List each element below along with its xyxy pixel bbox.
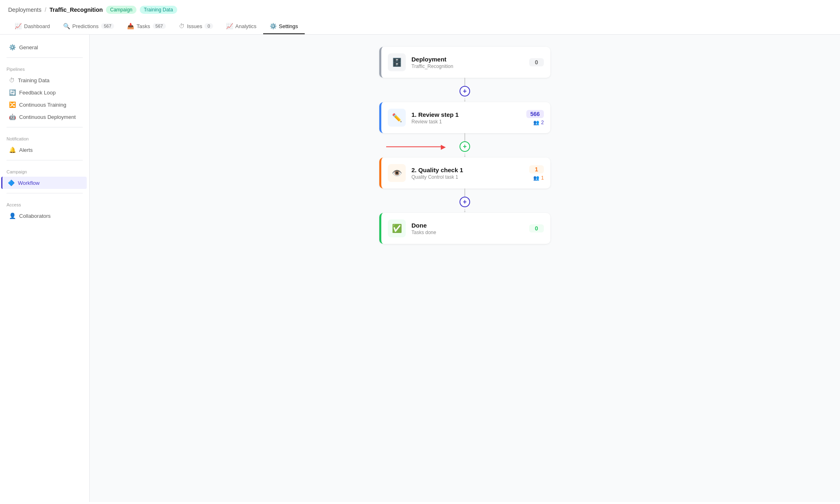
review-icon: ✏️ — [388, 109, 406, 127]
badge-campaign[interactable]: Campaign — [106, 6, 136, 14]
node-deployment: 🗄️ Deployment Traffic_Recognition 0 — [379, 47, 550, 78]
workflow-icon: 🔷 — [8, 180, 15, 186]
done-icon: ✅ — [388, 219, 406, 237]
users-icon-review: 👥 — [533, 120, 539, 125]
quality-count: 1 — [529, 165, 544, 173]
breadcrumb-separator: / — [45, 7, 46, 13]
quality-users: 👥 1 — [533, 175, 544, 181]
sidebar-item-continuous-training[interactable]: 🔀 Continuous Training — [2, 99, 87, 111]
breadcrumb-project: Traffic_Recognition — [50, 7, 103, 13]
tab-dashboard[interactable]: 📈 Dashboard — [8, 19, 57, 34]
line-1 — [464, 78, 465, 86]
quality-title: 2. Quality check 1 — [411, 167, 529, 173]
sidebar-item-alerts[interactable]: 🔔 Alerts — [2, 144, 87, 156]
tasks-count: 567 — [153, 23, 166, 29]
breadcrumb: Deployments / Traffic_Recognition Campai… — [8, 6, 832, 14]
inbox-icon: 📥 — [127, 23, 134, 29]
add-button-2[interactable]: + — [460, 141, 470, 152]
workflow-container: 🗄️ Deployment Traffic_Recognition 0 + ↓ … — [363, 47, 567, 244]
arrow-1: ↓ — [464, 96, 466, 102]
chart-icon: 📈 — [15, 23, 22, 29]
node-review-step-1: ✏️ 1. Review step 1 Review task 1 566 👥 … — [379, 102, 550, 133]
header: Deployments / Traffic_Recognition Campai… — [0, 0, 840, 35]
review-badge: 566 👥 2 — [526, 110, 544, 125]
deployment-icon: 🗄️ — [388, 53, 406, 71]
sidebar-item-continuous-deployment[interactable]: 🤖 Continuous Deployment — [2, 111, 87, 123]
deployment-badge: 0 — [529, 58, 544, 66]
line-3 — [464, 188, 465, 197]
clock-icon: ⏱ — [179, 23, 185, 29]
review-subtitle: Review task 1 — [411, 119, 526, 125]
bell-icon: 🔔 — [9, 147, 16, 153]
gear-icon: ⚙️ — [9, 44, 16, 50]
campaign-label: Campaign — [0, 164, 89, 177]
arrow-2: ↓ — [464, 152, 466, 158]
tab-predictions[interactable]: 🔍 Predictions 567 — [57, 19, 121, 34]
quality-text: 2. Quality check 1 Quality Control task … — [411, 167, 529, 180]
timer-icon: ⏱ — [9, 77, 15, 83]
add-button-1[interactable]: + — [460, 86, 470, 96]
tab-tasks[interactable]: 📥 Tasks 567 — [121, 19, 172, 34]
add-button-3[interactable]: + — [460, 197, 470, 207]
settings-icon: ⚙️ — [270, 23, 277, 29]
sidebar-item-general[interactable]: ⚙️ General — [2, 41, 87, 53]
search-icon: 🔍 — [63, 23, 70, 29]
deployment-subtitle: Traffic_Recognition — [411, 64, 529, 69]
node-quality-check: 👁️ 2. Quality check 1 Quality Control ta… — [379, 158, 550, 188]
sidebar-item-workflow[interactable]: 🔷 Workflow — [1, 177, 87, 189]
sidebar-item-feedback-loop[interactable]: 🔄 Feedback Loop — [2, 86, 87, 99]
add-button-2-wrapper: ▶ + — [460, 141, 470, 152]
done-badge: 0 — [529, 224, 544, 232]
connector-3: + ↓ — [460, 188, 470, 213]
tab-settings[interactable]: ⚙️ Settings — [263, 19, 305, 34]
deployment-title: Deployment — [411, 56, 529, 63]
nav-tabs: 📈 Dashboard 🔍 Predictions 567 📥 Tasks 56… — [8, 19, 832, 34]
connector-2: ▶ + ↓ — [460, 133, 470, 158]
line-2 — [464, 133, 465, 141]
deployment-count: 0 — [529, 58, 544, 66]
issues-count: 0 — [205, 23, 213, 29]
users-icon-quality: 👥 — [533, 175, 539, 181]
sidebar-divider-3 — [7, 160, 83, 160]
sidebar-item-collaborators[interactable]: 👤 Collaborators — [2, 210, 87, 222]
tab-issues[interactable]: ⏱ Issues 0 — [172, 19, 220, 34]
red-arrow: ▶ — [386, 143, 446, 151]
access-label: Access — [0, 197, 89, 210]
quality-subtitle: Quality Control task 1 — [411, 174, 529, 180]
robot-icon: 🤖 — [9, 114, 16, 120]
connector-2-wrapper: ▶ + ↓ — [460, 133, 470, 158]
sidebar-divider-2 — [7, 127, 83, 127]
tab-analytics[interactable]: 📈 Analytics — [220, 19, 263, 34]
quality-badge: 1 👥 1 — [529, 165, 544, 181]
quality-icon: 👁️ — [388, 164, 406, 182]
users-icon: 👤 — [9, 213, 16, 219]
done-text: Done Tasks done — [411, 222, 529, 235]
review-users: 👥 2 — [533, 120, 544, 125]
sidebar-item-training-data[interactable]: ⏱ Training Data — [2, 74, 87, 86]
sidebar-divider-1 — [7, 57, 83, 58]
notification-label: Notification — [0, 131, 89, 144]
arrow-3: ↓ — [464, 207, 466, 213]
predictions-count: 567 — [101, 23, 114, 29]
done-title: Done — [411, 222, 529, 229]
connector-1: + ↓ — [460, 78, 470, 102]
shuffle-icon: 🔀 — [9, 101, 16, 108]
done-count: 0 — [529, 224, 544, 232]
deployment-text: Deployment Traffic_Recognition — [411, 56, 529, 69]
analytics-icon: 📈 — [226, 23, 233, 29]
red-arrow-head: ▶ — [441, 143, 446, 151]
sidebar-divider-4 — [7, 193, 83, 193]
sidebar: ⚙️ General Pipelines ⏱ Training Data 🔄 F… — [0, 35, 90, 502]
pipelines-label: Pipelines — [0, 62, 89, 74]
review-title: 1. Review step 1 — [411, 111, 526, 118]
breadcrumb-deployments[interactable]: Deployments — [8, 7, 42, 13]
review-text: 1. Review step 1 Review task 1 — [411, 111, 526, 125]
badge-training[interactable]: Training Data — [140, 6, 177, 14]
done-subtitle: Tasks done — [411, 230, 529, 235]
red-arrow-line — [386, 146, 443, 147]
main-content: 🗄️ Deployment Traffic_Recognition 0 + ↓ … — [90, 35, 840, 502]
review-count: 566 — [526, 110, 544, 118]
refresh-icon: 🔄 — [9, 89, 16, 96]
node-done: ✅ Done Tasks done 0 — [379, 213, 550, 244]
